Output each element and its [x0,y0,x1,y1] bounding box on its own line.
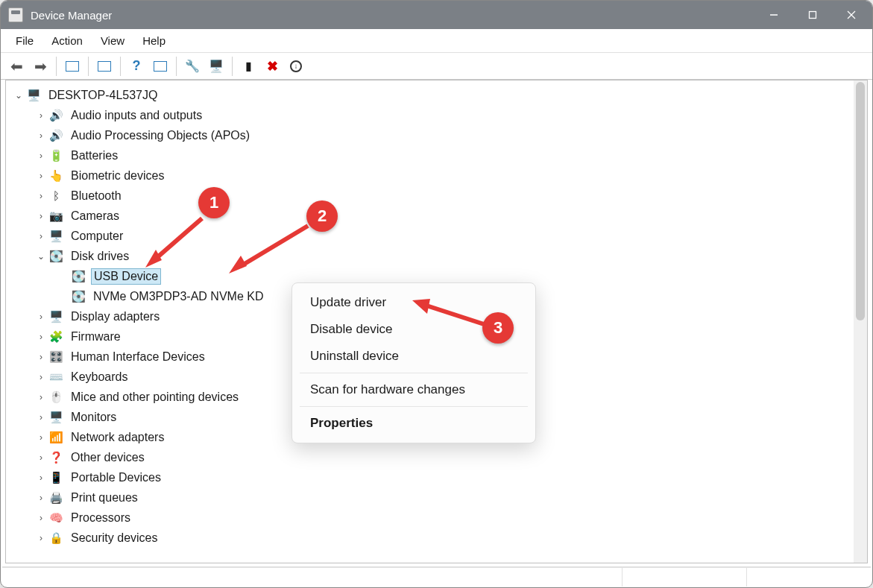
device-icon: 🧩 [48,330,64,344]
scrollbar-thumb[interactable] [856,82,865,320]
forward-button[interactable]: ➡ [29,55,51,78]
tree-item-label[interactable]: Audio Processing Objects (APOs) [69,128,252,143]
expand-caret[interactable] [34,332,48,342]
device-icon: 🖱️ [48,391,64,404]
view-icon [154,61,167,72]
tree-item[interactable]: 🔊Audio Processing Objects (APOs) [6,125,851,145]
expand-caret[interactable] [34,412,48,423]
expand-caret[interactable] [34,392,48,402]
tree-item-label[interactable]: Portable Devices [69,470,163,485]
device-icon: ❓ [48,451,64,464]
tree-item[interactable]: 🖨️Print queues [6,487,851,508]
expand-caret[interactable] [34,533,48,543]
annotation-badge-3: 3 [482,312,514,344]
properties-icon [98,61,111,72]
statusbar-cell [2,568,622,587]
view-button[interactable] [149,55,171,78]
enable-icon: ▮ [245,59,252,73]
tree-item[interactable]: 💽Disk drives [6,246,851,266]
menu-view[interactable]: View [93,31,132,50]
tree-item-label[interactable]: Network adapters [69,430,166,445]
tree-item-label[interactable]: Monitors [69,410,119,425]
tree-item[interactable]: 🔒Security devices [6,528,851,548]
properties-button[interactable] [93,55,116,78]
tree-item[interactable]: 🖥️Computer [6,226,851,246]
expand-caret[interactable] [34,493,48,503]
expand-caret[interactable] [34,312,48,322]
expand-caret[interactable] [34,372,48,382]
tree-item-label[interactable]: Cameras [69,209,122,224]
tree-item-label[interactable]: Bluetooth [69,189,124,203]
device-icon: 🔋 [48,149,64,162]
tree-item-label[interactable]: DESKTOP-4L537JQ [46,88,160,103]
annotation-badge-2: 2 [306,200,338,232]
tree-item[interactable]: 🖥️DESKTOP-4L537JQ [6,85,851,105]
tree-item[interactable]: 📱Portable Devices [6,467,851,487]
expand-caret[interactable] [34,151,48,161]
tree-item-label[interactable]: Mice and other pointing devices [69,390,241,405]
tree-item-label[interactable]: Keyboards [69,370,130,385]
enable-device-button[interactable]: ▮ [237,55,259,78]
scrollbar[interactable] [854,80,867,563]
tree-item-label[interactable]: Biometric devices [69,168,166,183]
annotation-1-label: 1 [209,193,218,212]
tree-item[interactable]: 📷Cameras [6,206,851,226]
window-controls [754,1,871,29]
menu-file[interactable]: File [8,31,41,50]
tree-item-label[interactable]: Processors [69,510,133,525]
tree-item-label[interactable]: Display adapters [69,309,162,324]
menu-action[interactable]: Action [44,31,90,50]
context-scan-hardware[interactable]: Scan for hardware changes [292,376,535,403]
expand-caret[interactable] [34,452,48,463]
tree-item-label[interactable]: Firmware [69,329,123,344]
tree-item-label[interactable]: USB Device [91,268,161,285]
expand-caret[interactable] [34,432,48,443]
expand-caret[interactable] [34,472,48,483]
device-icon: 🖥️ [48,411,64,424]
down-circle-icon: ↓ [290,60,302,72]
uninstall-device-button[interactable]: ↓ [285,55,307,78]
maximize-button[interactable] [793,1,832,29]
expand-caret[interactable] [34,231,48,241]
monitor-icon: 🖥️ [209,59,224,73]
expand-caret[interactable] [34,513,48,523]
expand-caret[interactable] [12,90,25,101]
expand-caret[interactable] [34,191,48,201]
tree-item[interactable]: 🔊Audio inputs and outputs [6,105,851,125]
expand-caret[interactable] [34,110,48,121]
device-icon: ᛒ [48,189,64,203]
annotation-2-label: 2 [318,206,327,226]
tree-item-label[interactable]: Print queues [69,490,140,505]
expand-caret[interactable] [34,130,48,141]
tree-item[interactable]: 🧠Processors [6,508,851,528]
expand-caret[interactable] [34,352,48,362]
tree-item[interactable]: 👆Biometric devices [6,165,851,186]
tree-item-label[interactable]: Computer [69,229,125,244]
minimize-button[interactable] [754,1,793,29]
expand-caret[interactable] [34,211,48,221]
tree-item-label[interactable]: Batteries [69,148,120,163]
tree-item-label[interactable]: Audio inputs and outputs [69,108,204,123]
scan-hardware-button[interactable]: 🖥️ [205,55,227,78]
device-icon: 👆 [48,169,64,183]
device-icon: 💽 [48,250,64,263]
tree-item-label[interactable]: Human Interface Devices [69,350,207,364]
show-hidden-button[interactable] [61,55,83,78]
tree-item-label[interactable]: Disk drives [69,249,131,264]
tree-item-label[interactable]: Security devices [69,531,160,546]
context-properties[interactable]: Properties [292,410,535,437]
back-button[interactable]: ⬅ [5,55,28,78]
close-button[interactable] [832,1,871,29]
tree-item[interactable]: ᛒBluetooth [6,186,851,206]
update-driver-button[interactable]: 🔧 [181,55,204,78]
menu-help[interactable]: Help [135,31,173,50]
tree-item-label[interactable]: Other devices [69,450,147,465]
disable-device-button[interactable]: ✖ [261,55,283,78]
help-button[interactable]: ? [125,55,148,78]
tree-item[interactable]: 🔋Batteries [6,145,851,165]
tree-item-label[interactable]: NVMe OM3PDP3-AD NVMe KD [91,289,266,304]
tree-item[interactable]: ❓Other devices [6,447,851,467]
expand-caret[interactable] [34,251,48,262]
context-uninstall-device[interactable]: Uninstall device [292,343,535,370]
expand-caret[interactable] [34,171,48,181]
